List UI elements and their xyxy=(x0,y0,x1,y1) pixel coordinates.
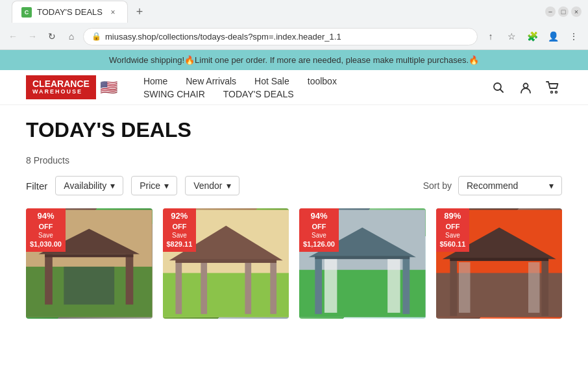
nav-row-2: SWING CHAIR TODAY'S DEALS xyxy=(143,89,489,99)
sort-area: Sort by Recommend ▾ xyxy=(423,176,562,195)
new-tab-button[interactable]: + xyxy=(130,3,149,21)
sort-chevron-icon: ▾ xyxy=(549,180,554,191)
site-header: CLEARANCE WAREHOUSE 🇺🇸 Home New Arrivals… xyxy=(0,70,588,105)
menu-button[interactable]: ⋮ xyxy=(565,27,583,45)
tab-favicon: C xyxy=(21,7,32,18)
svg-rect-24 xyxy=(402,258,410,315)
price-filter[interactable]: Price ▾ xyxy=(131,176,177,195)
title-bar: C TODAY'S DEALS × + − □ × xyxy=(0,0,588,23)
profile-button[interactable]: 👤 xyxy=(544,27,562,45)
save-amount: $1,126.00 xyxy=(303,240,335,249)
toolbar-right: ↑ ☆ 🧩 👤 ⋮ xyxy=(482,27,583,45)
forward-button[interactable]: → xyxy=(25,29,40,44)
vendor-filter[interactable]: Vendor ▾ xyxy=(185,176,239,195)
close-button[interactable]: × xyxy=(571,6,582,17)
search-icon-button[interactable] xyxy=(489,79,508,97)
filter-label: Filter xyxy=(26,180,47,191)
active-tab[interactable]: C TODAY'S DEALS × xyxy=(12,1,128,23)
nav-hot-sale[interactable]: Hot Sale xyxy=(254,76,289,86)
product-count: 8 Products xyxy=(26,155,562,166)
product-image: 92% OFF Save $829.11 xyxy=(163,208,289,319)
svg-rect-27 xyxy=(387,259,400,313)
save-label: Save xyxy=(440,231,466,240)
availability-chevron-icon: ▾ xyxy=(110,180,115,191)
sort-value: Recommend xyxy=(467,180,518,191)
product-card[interactable]: 92% OFF Save $829.11 xyxy=(163,208,289,319)
discount-off: OFF xyxy=(30,222,62,231)
svg-rect-10 xyxy=(45,254,133,258)
discount-badge: 94% OFF Save $1,030.00 xyxy=(26,208,66,251)
sort-select[interactable]: Recommend ▾ xyxy=(458,176,562,195)
account-icon-button[interactable] xyxy=(517,79,535,97)
tab-bar: C TODAY'S DEALS × + xyxy=(12,1,540,23)
svg-line-1 xyxy=(500,89,504,92)
save-amount: $829.11 xyxy=(167,240,193,249)
logo-flag: 🇺🇸 xyxy=(100,79,117,96)
product-card[interactable]: 89% OFF Save $560.11 xyxy=(436,208,563,319)
svg-rect-23 xyxy=(315,258,322,315)
nav-swing-chair[interactable]: SWING CHAIR xyxy=(143,89,205,99)
vendor-label: Vendor xyxy=(193,180,222,191)
product-card[interactable]: 94% OFF Save $1,030.00 xyxy=(26,208,153,319)
svg-rect-33 xyxy=(450,258,548,262)
main-nav: Home New Arrivals Hot Sale toolbox SWING… xyxy=(143,76,489,99)
product-image: 94% OFF Save $1,126.00 xyxy=(299,208,426,319)
nav-toolbox[interactable]: toolbox xyxy=(308,76,337,86)
save-label: Save xyxy=(167,231,193,240)
refresh-button[interactable]: ↻ xyxy=(44,29,60,44)
share-button[interactable]: ↑ xyxy=(482,27,500,45)
product-image: 89% OFF Save $560.11 xyxy=(436,208,563,319)
discount-off: OFF xyxy=(167,222,193,231)
save-label: Save xyxy=(30,231,62,240)
save-amount: $560.11 xyxy=(440,240,466,249)
discount-pct: 94% xyxy=(303,211,335,222)
svg-rect-25 xyxy=(315,256,410,260)
save-amount: $1,030.00 xyxy=(30,240,62,249)
vendor-chevron-icon: ▾ xyxy=(227,180,231,191)
page-title: TODAY'S DEALS xyxy=(26,118,562,142)
svg-rect-15 xyxy=(175,260,182,314)
browser-chrome: C TODAY'S DEALS × + − □ × ← → ↻ ⌂ 🔒 mius… xyxy=(0,0,588,50)
logo-area[interactable]: CLEARANCE WAREHOUSE 🇺🇸 xyxy=(26,75,117,99)
nav-icons xyxy=(489,79,562,97)
nav-new-arrivals[interactable]: New Arrivals xyxy=(186,76,236,86)
discount-off: OFF xyxy=(440,222,466,231)
nav-todays-deals[interactable]: TODAY'S DEALS xyxy=(223,89,294,99)
discount-badge: 89% OFF Save $560.11 xyxy=(436,208,470,251)
site-content: Worldwide shipping!🔥Limit one per order.… xyxy=(0,50,588,360)
url-text: miusasy.shop/collections/todays-deals?sp… xyxy=(105,32,469,42)
products-grid: 94% OFF Save $1,030.00 xyxy=(26,208,562,319)
cart-icon-button[interactable] xyxy=(544,79,562,97)
home-button[interactable]: ⌂ xyxy=(64,29,79,44)
bookmark-button[interactable]: ☆ xyxy=(502,27,521,45)
discount-badge: 92% OFF Save $829.11 xyxy=(163,208,197,251)
availability-filter[interactable]: Availability ▾ xyxy=(55,176,123,195)
back-button[interactable]: ← xyxy=(5,29,21,44)
svg-rect-32 xyxy=(541,259,548,316)
discount-badge: 94% OFF Save $1,126.00 xyxy=(299,208,339,251)
extensions-button[interactable]: 🧩 xyxy=(523,27,541,45)
url-bar[interactable]: 🔒 miusasy.shop/collections/todays-deals?… xyxy=(83,28,478,45)
page-body: TODAY'S DEALS 8 Products Filter Availabi… xyxy=(0,105,588,332)
svg-rect-19 xyxy=(175,259,276,263)
product-card[interactable]: 94% OFF Save $1,126.00 xyxy=(299,208,426,319)
minimize-button[interactable]: − xyxy=(545,6,556,17)
save-label: Save xyxy=(303,231,335,240)
sort-label: Sort by xyxy=(423,180,452,191)
discount-pct: 89% xyxy=(440,211,466,222)
svg-rect-16 xyxy=(270,260,276,314)
svg-rect-9 xyxy=(126,254,134,305)
svg-rect-8 xyxy=(45,254,53,305)
discount-pct: 92% xyxy=(167,211,193,222)
nav-home[interactable]: Home xyxy=(143,76,167,86)
lock-icon: 🔒 xyxy=(92,32,101,41)
product-image: 94% OFF Save $1,030.00 xyxy=(26,208,153,319)
price-chevron-icon: ▾ xyxy=(164,180,169,191)
logo-box: CLEARANCE WAREHOUSE xyxy=(26,75,96,99)
maximize-button[interactable]: □ xyxy=(558,6,569,17)
address-bar: ← → ↻ ⌂ 🔒 miusasy.shop/collections/today… xyxy=(0,23,588,49)
availability-label: Availability xyxy=(64,180,106,191)
svg-rect-11 xyxy=(64,267,114,304)
tab-close-button[interactable]: × xyxy=(108,7,118,18)
logo-warehouse: WAREHOUSE xyxy=(32,89,90,95)
